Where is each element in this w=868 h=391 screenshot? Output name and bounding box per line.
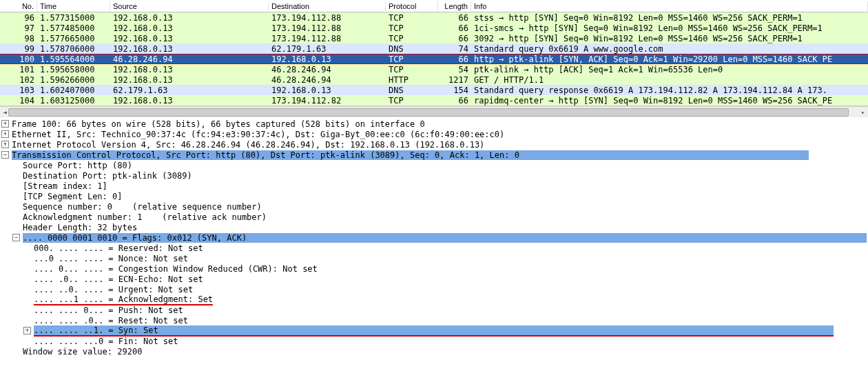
cell-proto: HTTP: [386, 75, 438, 85]
detail-text: [TCP Segment Len: 0]: [23, 192, 123, 201]
cell-no: 97: [0, 23, 37, 33]
col-dest[interactable]: Destination: [269, 1, 386, 11]
cell-no: 102: [0, 75, 37, 85]
collapse-icon[interactable]: −: [12, 234, 20, 241]
detail-text: Acknowledgment number: 1 (relative ack n…: [23, 212, 267, 222]
detail-leaf[interactable]: [TCP Segment Len: 0]: [1, 191, 868, 201]
tcp-flag-bit[interactable]: .... .... ...0 = Fin: Not set: [1, 336, 868, 346]
cell-src: 192.168.0.13: [110, 34, 269, 43]
cell-no: 99: [0, 44, 37, 54]
cell-info: rapidmq-center → http [SYN] Seq=0 Win=81…: [471, 96, 868, 106]
flag-bit-text: 000. .... .... = Reserved: Not set: [34, 243, 203, 253]
cell-info: 3092 → http [SYN] Seq=0 Win=8192 Len=0 M…: [471, 34, 868, 43]
horizontal-scrollbar[interactable]: ◄ ▸: [0, 106, 868, 117]
cell-proto: TCP: [386, 13, 438, 23]
tcp-flag-bit[interactable]: .... .0.. .... = ECN-Echo: Not set: [1, 274, 868, 284]
detail-leaf[interactable]: Sequence number: 0 (relative sequence nu…: [1, 201, 868, 212]
detail-node[interactable]: +Frame 100: 66 bytes on wire (528 bits),…: [1, 119, 868, 129]
detail-text: Ethernet II, Src: Technico_90:37:4c (fc:…: [12, 130, 504, 139]
col-time[interactable]: Time: [37, 1, 110, 11]
detail-leaf[interactable]: Source Port: http (80): [1, 160, 868, 170]
packet-list-header[interactable]: No. Time Source Destination Protocol Len…: [0, 0, 868, 12]
packet-row[interactable]: 991.578706000192.168.0.1362.179.1.63DNS7…: [0, 43, 868, 54]
cell-info: stss → http [SYN] Seq=0 Win=8192 Len=0 M…: [471, 13, 868, 23]
packet-row[interactable]: 971.577485000192.168.0.13173.194.112.88T…: [0, 23, 868, 33]
cell-len: 66: [438, 13, 471, 23]
detail-node[interactable]: −Transmission Control Protocol, Src Port…: [1, 150, 868, 160]
expand-icon[interactable]: +: [1, 130, 9, 138]
tcp-flag-bit[interactable]: +.... .... ..1. = Syn: Set: [1, 325, 868, 336]
packet-details-pane[interactable]: +Frame 100: 66 bytes on wire (528 bits),…: [0, 117, 868, 357]
cell-len: 66: [438, 34, 471, 43]
detail-text: [Stream index: 1]: [23, 181, 107, 191]
window-size-line[interactable]: Window size value: 29200: [1, 346, 868, 357]
cell-dst: 173.194.112.88: [269, 23, 386, 33]
packet-row[interactable]: 1001.59556400046.28.246.94192.168.0.13TC…: [0, 54, 868, 64]
packet-row[interactable]: 1021.596266000192.168.0.1346.28.246.94HT…: [0, 74, 868, 85]
cell-len: 1217: [438, 75, 471, 85]
cell-time: 1.595658000: [37, 65, 110, 74]
expand-icon[interactable]: +: [23, 327, 31, 334]
cell-proto: TCP: [386, 96, 438, 106]
tcp-flag-bit[interactable]: 000. .... .... = Reserved: Not set: [1, 243, 868, 253]
cell-src: 192.168.0.13: [110, 96, 269, 106]
detail-leaf[interactable]: Header Length: 32 bytes: [1, 222, 868, 232]
cell-info: http → ptk-alink [SYN, ACK] Seq=0 Ack=1 …: [471, 54, 868, 64]
packet-row[interactable]: 961.577315000192.168.0.13173.194.112.88T…: [0, 12, 868, 23]
cell-time: 1.602407000: [37, 86, 110, 95]
flag-bit-text: .... .... 0... = Push: Not set: [34, 305, 183, 315]
cell-info: Standard query response 0x6619 A 173.194…: [471, 86, 868, 95]
col-no[interactable]: No.: [0, 1, 37, 11]
packet-row[interactable]: 1031.60240700062.179.1.63192.168.0.13DNS…: [0, 85, 868, 95]
packet-row[interactable]: 1011.595658000192.168.0.1346.28.246.94TC…: [0, 64, 868, 74]
cell-info: GET / HTTP/1.1: [471, 75, 868, 85]
cell-len: 66: [438, 96, 471, 106]
cell-no: 100: [0, 54, 37, 64]
cell-src: 192.168.0.13: [110, 75, 269, 85]
cell-proto: TCP: [386, 65, 438, 74]
detail-leaf[interactable]: Acknowledgment number: 1 (relative ack n…: [1, 212, 868, 222]
cell-time: 1.596266000: [37, 75, 110, 85]
cell-src: 192.168.0.13: [110, 13, 269, 23]
cell-no: 103: [0, 86, 37, 95]
packet-row[interactable]: 981.577665000192.168.0.13173.194.112.88T…: [0, 33, 868, 43]
detail-node[interactable]: +Ethernet II, Src: Technico_90:37:4c (fc…: [1, 129, 868, 139]
col-source[interactable]: Source: [110, 1, 269, 11]
cell-time: 1.578706000: [37, 44, 110, 54]
flag-bit-text: .... .... .0.. = Reset: Not set: [34, 316, 188, 325]
tcp-flag-bit[interactable]: .... 0... .... = Congestion Window Reduc…: [1, 263, 868, 274]
detail-text: Sequence number: 0 (relative sequence nu…: [23, 202, 262, 212]
tcp-flags-header[interactable]: − .... 0000 0001 0010 = Flags: 0x012 (SY…: [1, 232, 868, 243]
flag-bit-text: ...0 .... .... = Nonce: Not set: [34, 254, 188, 263]
flag-bit-text: .... .0.. .... = ECN-Echo: Not set: [34, 274, 203, 284]
col-info[interactable]: Info: [471, 1, 868, 11]
cell-dst: 173.194.112.88: [269, 34, 386, 43]
cell-no: 104: [0, 96, 37, 106]
tcp-flag-bit[interactable]: .... ...1 .... = Acknowledgment: Set: [1, 294, 868, 305]
flag-bit-text: .... 0... .... = Congestion Window Reduc…: [34, 264, 318, 274]
tcp-flag-bit[interactable]: .... ..0. .... = Urgent: Not set: [1, 284, 868, 294]
cell-info: ptk-alink → http [ACK] Seq=1 Ack=1 Win=6…: [471, 65, 868, 74]
tcp-flag-bit[interactable]: ...0 .... .... = Nonce: Not set: [1, 253, 868, 263]
detail-leaf[interactable]: [Stream index: 1]: [1, 181, 868, 191]
detail-leaf[interactable]: Destination Port: ptk-alink (3089): [1, 170, 868, 181]
cell-dst: 173.194.112.82: [269, 96, 386, 106]
tcp-flag-bit[interactable]: .... .... .0.. = Reset: Not set: [1, 315, 868, 325]
scrollbar-thumb[interactable]: [8, 108, 849, 117]
cell-proto: DNS: [386, 86, 438, 95]
collapse-icon[interactable]: −: [1, 151, 9, 159]
packet-list-pane[interactable]: No. Time Source Destination Protocol Len…: [0, 0, 868, 106]
detail-text: Frame 100: 66 bytes on wire (528 bits), …: [12, 119, 425, 129]
expand-icon[interactable]: +: [1, 141, 9, 148]
detail-node[interactable]: +Internet Protocol Version 4, Src: 46.28…: [1, 139, 868, 150]
detail-text: Internet Protocol Version 4, Src: 46.28.…: [12, 140, 484, 150]
col-len[interactable]: Length: [438, 1, 471, 11]
cell-len: 54: [438, 65, 471, 74]
cell-src: 192.168.0.13: [110, 44, 269, 54]
scroll-right-icon[interactable]: ▸: [858, 107, 868, 118]
tcp-flag-bit[interactable]: .... .... 0... = Push: Not set: [1, 305, 868, 315]
expand-icon[interactable]: +: [1, 120, 9, 128]
col-proto[interactable]: Protocol: [386, 1, 438, 11]
flag-bit-text: .... ..0. .... = Urgent: Not set: [34, 285, 193, 294]
packet-row[interactable]: 1041.603125000192.168.0.13173.194.112.82…: [0, 95, 868, 106]
